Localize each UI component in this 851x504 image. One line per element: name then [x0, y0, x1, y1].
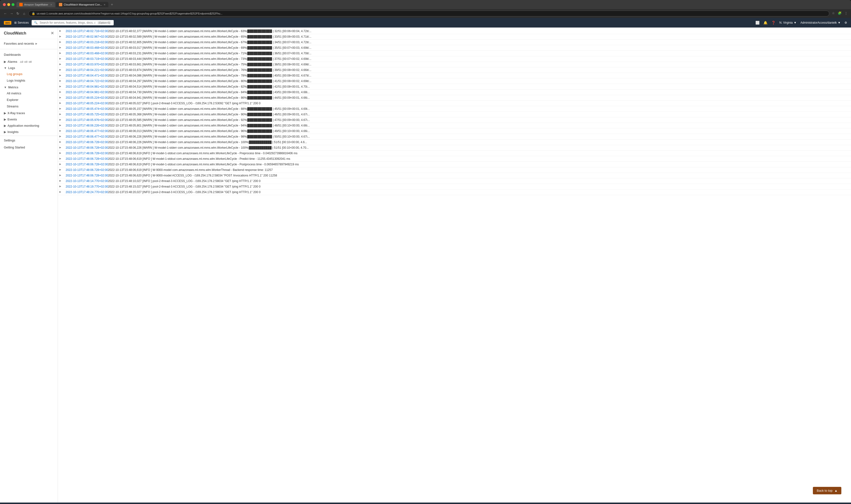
home-button[interactable]: ⌂: [22, 12, 26, 15]
log-expand-icon[interactable]: ▶: [58, 57, 64, 60]
sidebar: CloudWatch ✕ Favorites and recents ▶ Das…: [0, 28, 58, 503]
search-input[interactable]: [40, 21, 95, 24]
log-expand-icon[interactable]: ▶: [58, 62, 64, 66]
url-bar[interactable]: 🔒 us-east-1.console.aws.amazon.com/cloud…: [29, 11, 829, 16]
log-expand-icon[interactable]: ▶: [58, 179, 64, 182]
tab-cloudwatch-label: CloudWatch Management Con...: [64, 3, 102, 6]
sagemaker-favicon: [19, 3, 23, 6]
log-expand-icon[interactable]: ▶: [58, 151, 64, 155]
sidebar-close-button[interactable]: ✕: [51, 31, 54, 35]
log-expand-icon[interactable]: ▶: [58, 157, 64, 160]
log-expand-icon[interactable]: ▶: [58, 73, 64, 77]
tab-sagemaker[interactable]: Amazon SageMaker ✕: [16, 2, 55, 7]
log-row: ▶2022-10-13T17:48:05.224+02:002022-10-13…: [58, 101, 851, 106]
maximize-window-button[interactable]: [12, 3, 15, 6]
log-expand-icon[interactable]: ▶: [58, 40, 64, 44]
sidebar-item-events[interactable]: ▶ Events: [0, 116, 58, 122]
sidebar-item-dashboards[interactable]: Dashboards: [0, 51, 58, 58]
log-expand-icon[interactable]: ▶: [58, 190, 64, 194]
footer: Feedback Looking for language selection?…: [0, 503, 851, 504]
notification-icon[interactable]: 🔔: [763, 21, 767, 24]
log-expand-icon[interactable]: ▶: [58, 140, 64, 144]
log-message: 2022-10-13T15:48:06,619 [INFO ] W-model-…: [107, 157, 851, 161]
back-to-top-button[interactable]: Back to top ▲: [813, 487, 841, 494]
sidebar-item-getting-started[interactable]: Getting Started: [0, 144, 58, 151]
log-timestamp: 2022-10-13T17:48:06.728+02:00: [64, 140, 107, 144]
log-expand-icon[interactable]: ▶: [58, 112, 64, 116]
sidebar-item-explorer[interactable]: Explorer: [0, 96, 58, 103]
services-button[interactable]: ⊞ Services: [14, 21, 29, 24]
log-row: ▶2022-10-13T17:48:04.471+02:002022-10-13…: [58, 73, 851, 78]
log-expand-icon[interactable]: ▶: [58, 51, 64, 55]
log-expand-icon[interactable]: ▶: [58, 118, 64, 121]
log-expand-icon[interactable]: ▶: [58, 129, 64, 132]
log-timestamp: 2022-10-13T17:48:04.981+02:00: [64, 90, 107, 94]
log-message: 2022-10-13T15:48:03,231 [WARN ] W-model-…: [107, 51, 851, 55]
log-message: 2022-10-13T15:48:10,027 [INFO ] pool-2-t…: [107, 179, 851, 183]
log-expand-icon[interactable]: ▶: [58, 146, 64, 149]
sidebar-item-app-monitoring[interactable]: ▶ Application monitoring: [0, 122, 58, 128]
log-expand-icon[interactable]: ▶: [58, 107, 64, 110]
log-timestamp: 2022-10-13T17:48:06.728+02:00: [64, 168, 107, 172]
sidebar-item-favorites[interactable]: Favorites and recents ▶: [0, 40, 58, 47]
log-expand-icon[interactable]: ▶: [58, 29, 64, 33]
services-label: Services: [18, 21, 29, 24]
log-expand-icon[interactable]: ▶: [58, 168, 64, 172]
sidebar-item-alarms[interactable]: ▶ Alarms ⚠0 ⊙0 ⊙0: [0, 58, 58, 65]
sidebar-item-xray[interactable]: ▶ X-Ray traces: [0, 110, 58, 116]
log-row: ▶2022-10-13T17:48:05.725+02:002022-10-13…: [58, 112, 851, 117]
dashboards-label: Dashboards: [4, 53, 21, 56]
log-row: ▶2022-10-13T17:48:24.770+02:002022-10-13…: [58, 190, 851, 195]
sidebar-item-metrics[interactable]: ▼ Metrics: [0, 84, 58, 90]
aws-search-bar[interactable]: 🔍 [Option+S]: [32, 20, 114, 25]
help-icon[interactable]: ❓: [771, 21, 776, 24]
log-expand-icon[interactable]: ▶: [58, 85, 64, 88]
close-window-button[interactable]: [3, 3, 6, 6]
sidebar-section-favorites: Favorites and recents ▶: [0, 39, 58, 48]
settings-icon[interactable]: ⚙: [845, 21, 847, 24]
region-selector[interactable]: N. Virginia ▼: [779, 21, 796, 24]
log-expand-icon[interactable]: ▶: [58, 101, 64, 105]
metrics-expand-icon: ▼: [4, 86, 7, 89]
log-expand-icon[interactable]: ▶: [58, 162, 64, 166]
app-monitoring-label: Application monitoring: [7, 124, 39, 127]
sidebar-item-streams[interactable]: Streams: [0, 103, 58, 110]
forward-button[interactable]: →: [9, 12, 14, 15]
back-button[interactable]: ←: [3, 12, 8, 15]
sidebar-item-insights[interactable]: ▶ Insights: [0, 128, 58, 135]
log-timestamp: 2022-10-13T17:48:05.224+02:00: [64, 95, 107, 100]
tab-cloudwatch[interactable]: CloudWatch Management Con... ✕: [56, 2, 108, 7]
log-expand-icon[interactable]: ▶: [58, 90, 64, 94]
log-expand-icon[interactable]: ▶: [58, 134, 64, 138]
tab-cloudwatch-close[interactable]: ✕: [104, 3, 106, 6]
log-expand-icon[interactable]: ▶: [58, 79, 64, 83]
sidebar-item-settings[interactable]: Settings: [0, 137, 58, 144]
new-tab-button[interactable]: +: [109, 2, 114, 7]
user-menu[interactable]: AdministratorAccess/danielk ▼: [800, 21, 840, 24]
log-expand-icon[interactable]: ▶: [58, 35, 64, 38]
log-message: 2022-10-13T15:48:02,805 [WARN ] W-model-…: [107, 40, 851, 44]
browser-titlebar: Amazon SageMaker ✕ CloudWatch Management…: [0, 0, 851, 9]
log-timestamp: 2022-10-13T17:48:03.468+02:00: [64, 51, 107, 55]
extension-icon[interactable]: 🧩: [837, 11, 842, 16]
log-expand-icon[interactable]: ▶: [58, 184, 64, 188]
sidebar-separator-1: [0, 49, 58, 49]
log-expand-icon[interactable]: ▶: [58, 68, 64, 71]
more-menu-icon[interactable]: ⋮: [844, 11, 848, 16]
sidebar-item-logs-insights[interactable]: Logs Insights: [0, 77, 58, 84]
log-expand-icon[interactable]: ▶: [58, 95, 64, 99]
tab-sagemaker-close[interactable]: ✕: [50, 3, 52, 6]
log-timestamp: 2022-10-13T17:48:05.725+02:00: [64, 112, 107, 116]
log-expand-icon[interactable]: ▶: [58, 123, 64, 127]
minimize-window-button[interactable]: [7, 3, 10, 6]
sidebar-item-log-groups[interactable]: Log groups: [0, 71, 58, 77]
sidebar-item-logs[interactable]: ▼ Logs: [0, 65, 58, 71]
log-timestamp: 2022-10-13T17:48:06.728+02:00: [64, 157, 107, 161]
search-icon: 🔍: [34, 21, 38, 24]
sidebar-item-all-metrics[interactable]: All metrics: [0, 90, 58, 96]
refresh-button[interactable]: ↻: [15, 12, 20, 15]
bookmark-icon[interactable]: ☆: [831, 11, 836, 16]
screen-icon[interactable]: ⬜: [756, 21, 760, 24]
log-expand-icon[interactable]: ▶: [58, 46, 64, 49]
log-expand-icon[interactable]: ▶: [58, 173, 64, 177]
